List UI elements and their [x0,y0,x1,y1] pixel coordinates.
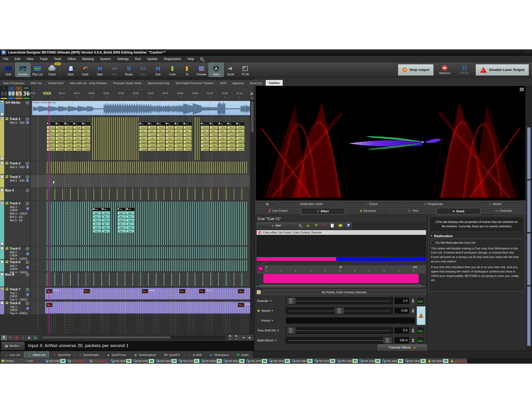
panel-tab-live-control[interactable]: ▞Live Control [256,208,300,214]
scroll-right-button[interactable]: ▶ [247,335,252,340]
grid-tool-button[interactable]: ▦ [33,335,38,340]
toolbar-button-prev[interactable]: Prev [107,63,122,77]
panel-tab-event[interactable]: ➤Event [436,208,481,215]
track-disabled-icon[interactable] [26,202,29,205]
device-chip[interactable]: FB4 434558 [110,358,132,363]
toolbar-button-pause[interactable]: Pause [122,63,136,77]
toolbar-button-scroll[interactable]: Scroll [223,63,238,77]
clip-stripe-region[interactable] [47,260,248,271]
menu-item-track[interactable]: Track [40,57,48,61]
param-spinner[interactable] [411,338,415,342]
device-chip[interactable]: FB4 503058 [133,358,155,363]
toolbar-button-video[interactable]: Video [209,63,223,77]
waveform-thumbnail[interactable] [142,289,148,293]
track-header[interactable]: ▼Track 4Mid 2 - CM24!Mid 4 - CM24Bot 2 -… [0,201,31,246]
tcp-chip[interactable]: ϟTCP [25,358,44,363]
toolbar-button-timeline[interactable]: Timeline [16,63,30,77]
track-alert-icon[interactable]: ! [26,179,29,182]
metronome-icon[interactable] [417,306,425,325]
toolbar-button-to[interactable]: To [180,63,194,77]
effect-list-empty-area[interactable] [257,235,426,257]
timeline-tab-with-you[interactable]: With You [28,80,45,86]
device-chip[interactable]: FB4 504850 [268,358,290,363]
bottom-tab-quickshape[interactable]: ✶QuickShape [75,351,103,358]
blackout-button[interactable]: Blackout [436,65,453,75]
toolbar-button-grid[interactable]: Grid [1,63,16,77]
param-value[interactable]: 100.0 [394,337,409,344]
monitor-button[interactable]: Monitor... [2,342,24,350]
track-disabled-icon[interactable] [26,162,29,165]
expand-arrow-icon[interactable]: ▶ [1,288,4,291]
device-chip[interactable]: FB4 562950 [201,358,223,363]
zoom-fit-button[interactable]: ⬌ [241,335,246,340]
bottom-tab-audio[interactable]: ‖‖Audio [233,351,252,358]
track-checkbox[interactable] [1,189,4,192]
menu-search-icon[interactable] [200,57,203,60]
clip-stripe-region[interactable] [195,117,200,160]
period-value-box[interactable] [286,317,415,324]
toolbar-button-play-list[interactable]: Play List [30,63,45,77]
timeline-tab-here-with-me-unity-release[interactable]: Here with me - Unity Release [67,80,110,86]
waveform-thumbnail[interactable] [238,303,244,307]
panel-tab-master[interactable]: ▢Master [465,201,526,207]
param-value[interactable]: 0.00 [394,307,409,314]
timeline-tab-bamboozled-clip[interactable]: Bamboozled Clip [145,80,172,86]
toolbar-button-end[interactable]: End [151,63,165,77]
panel-tab-effect[interactable]: ΣEffect [301,208,345,215]
waveform-thumbnail[interactable] [46,303,52,307]
color-segment-block[interactable] [257,274,426,284]
slider-handle[interactable] [287,298,295,304]
param-spinner[interactable] [411,299,415,303]
device-chip[interactable]: FB4 55253 [450,358,467,363]
device-chip[interactable]: FB4 193850 [359,358,381,363]
clip-stripe-region[interactable] [47,162,248,174]
expand-arrow-icon[interactable]: ▼ [1,202,4,205]
waveform-thumbnail[interactable] [238,289,244,293]
open-effect-button[interactable] [337,222,344,229]
menu-item-file[interactable]: File [3,57,8,61]
device-chip[interactable]: FB4 555350 [155,358,177,363]
device-chip[interactable]: FB4 155150 [382,358,404,363]
toolbar-button-save[interactable]: Save [63,63,78,77]
rail-segment[interactable] [527,127,531,179]
track-lane[interactable] [31,175,254,188]
clip-band[interactable]: Shape [45,302,252,314]
rail-segment[interactable] [527,286,531,346]
track-header[interactable]: Bus B [0,272,31,287]
track-alert-icon[interactable]: ! [26,121,29,124]
track-disabled-icon[interactable] [26,117,29,121]
delete-effect-button[interactable]: ✗ [321,222,328,229]
preview-grid-icon[interactable] [520,88,524,91]
waveform-thumbnail[interactable] [84,289,90,293]
param-spinner[interactable] [411,329,415,332]
clip-stripe-region[interactable] [47,273,248,286]
track-header[interactable]: Bus A [0,188,31,201]
select-tool-button[interactable] [2,335,7,340]
device-chip[interactable]: FB4 455550 [291,358,313,363]
clip-block-group[interactable]: Sh..FloColSizePositionColorBrightnessVis… [47,122,91,151]
toolbar-button-start[interactable]: Start [92,63,107,77]
menu-item-view[interactable]: View [26,57,34,61]
panel-tab-fixture[interactable]: ≡Fixture [341,201,403,207]
menu-item-tools[interactable]: Tools [54,57,61,61]
rail-segment[interactable] [527,180,531,232]
track-checkbox[interactable] [1,157,4,160]
track-checkbox[interactable] [1,273,4,276]
new-effect-button[interactable] [329,222,336,229]
expand-arrow-icon[interactable]: ▶ [1,101,4,104]
timeline-vertical-scrollbar[interactable]: ▲ [250,100,254,334]
track-alert-icon[interactable]: ! [26,293,29,296]
track-alert-icon[interactable]: ! [26,207,29,210]
track-header[interactable]: ▼Track 1Mid 3 - S30! [0,117,31,161]
track-disabled-icon[interactable] [26,261,29,264]
bottom-tab-effect-list[interactable]: ΣEffect List [24,351,49,358]
waveform-thumbnail[interactable] [179,289,185,293]
menu-item-system[interactable]: System [100,57,111,61]
timeline-tab-shelter2024[interactable]: Shelter2024 [45,80,66,86]
bottom-tab-quicktrace[interactable]: ◆QuickTrace [103,351,130,358]
track-lane[interactable] [31,161,254,174]
timeline-tab-2020[interactable]: 2020 [217,80,229,86]
clip-block-group[interactable]: Sha.SizeRot.ColorBri.Visib.Sca.Sha.SizeR… [117,208,140,233]
timeline-ruler[interactable]: ▶ 00:0000:0500:1000:1500:2000:2500:3000:… [31,86,254,100]
bottom-tab-quicktext[interactable]: TQuickText [49,351,74,358]
